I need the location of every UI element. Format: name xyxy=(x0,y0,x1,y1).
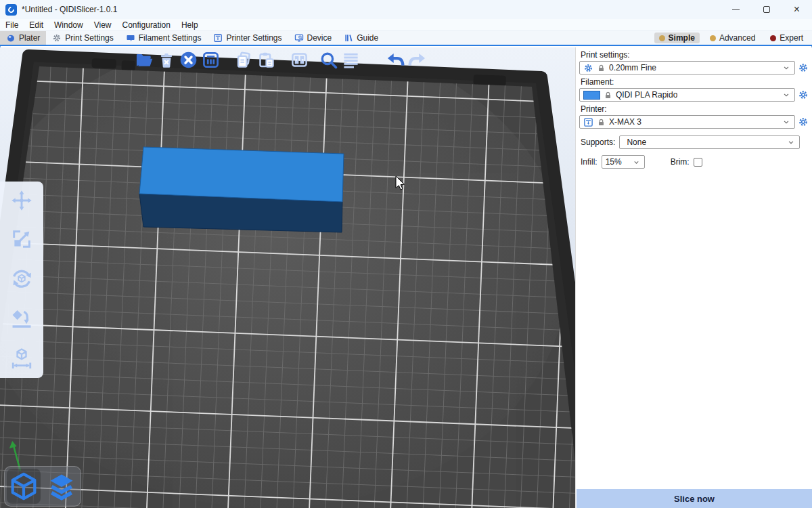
copy-icon xyxy=(235,51,253,69)
tab-print-settings[interactable]: Print Settings xyxy=(46,31,119,45)
model-top-face xyxy=(139,147,344,202)
cube-icon xyxy=(8,471,39,502)
simple-dot-icon xyxy=(659,35,665,41)
model-box[interactable] xyxy=(139,147,344,232)
mode-simple[interactable]: Simple xyxy=(654,33,700,43)
lock-icon xyxy=(597,118,606,127)
printer-label: Printer: xyxy=(581,104,812,114)
viewport-3d[interactable] xyxy=(0,47,575,508)
scene-canvas[interactable] xyxy=(0,47,575,508)
menu-configuration[interactable]: Configuration xyxy=(117,19,176,30)
filament-color-swatch xyxy=(583,91,600,100)
preview-view-button[interactable] xyxy=(45,469,78,504)
move-arrows-icon xyxy=(11,190,32,211)
brim-checkbox[interactable] xyxy=(694,158,702,167)
edit-printer-button[interactable] xyxy=(797,116,809,128)
tab-guide[interactable]: Guide xyxy=(338,31,384,45)
main-toolbar xyxy=(133,49,428,71)
minimize-button[interactable] xyxy=(721,0,751,19)
tab-filament-settings[interactable]: Filament Settings xyxy=(120,31,208,45)
redo-arrow-icon xyxy=(408,51,427,70)
filament-label: Filament: xyxy=(581,77,812,87)
folder-open-icon xyxy=(135,51,154,70)
gear-icon xyxy=(798,89,809,100)
menu-view[interactable]: View xyxy=(89,19,117,30)
chevron-down-icon xyxy=(782,63,791,72)
chevron-down-icon xyxy=(786,137,796,147)
infill-label: Infill: xyxy=(581,157,597,167)
delete-button[interactable] xyxy=(155,49,177,71)
gear-icon xyxy=(798,117,809,127)
settings-sidebar: Print settings: 0.20mm Fine Filament: QI… xyxy=(575,47,812,508)
device-monitor-icon xyxy=(294,33,304,43)
menu-help[interactable]: Help xyxy=(176,19,204,30)
gear-icon xyxy=(52,33,62,43)
filament-icon xyxy=(126,33,135,43)
edit-filament-button[interactable] xyxy=(797,89,809,101)
delete-all-button[interactable] xyxy=(177,49,200,71)
view-switch-panel xyxy=(4,466,81,507)
print-settings-label: Print settings: xyxy=(581,50,812,60)
layers-list-icon xyxy=(342,51,360,69)
editor-view-button[interactable] xyxy=(7,469,41,504)
copy-button[interactable] xyxy=(233,49,255,71)
tab-printer-settings[interactable]: Printer Settings xyxy=(207,31,288,45)
maximize-button[interactable] xyxy=(751,0,782,19)
search-icon xyxy=(319,51,338,70)
advanced-dot-icon xyxy=(710,35,716,41)
app-icon xyxy=(5,4,17,16)
gear-icon xyxy=(583,63,593,73)
place-on-face-icon xyxy=(10,307,33,330)
scale-tool-button[interactable] xyxy=(11,228,32,250)
menu-bar: File Edit Window View Configuration Help xyxy=(0,19,812,31)
split-button[interactable] xyxy=(288,49,311,71)
paste-button[interactable] xyxy=(255,49,277,71)
circle-x-icon xyxy=(179,51,198,69)
mode-expert[interactable]: Expert xyxy=(765,33,808,43)
variable-layer-height-button[interactable] xyxy=(340,49,362,71)
print-settings-select[interactable]: 0.20mm Fine xyxy=(579,61,795,75)
menu-window[interactable]: Window xyxy=(49,19,89,30)
lock-icon xyxy=(604,91,612,100)
plater-icon xyxy=(6,33,16,43)
redo-button[interactable] xyxy=(406,49,428,71)
supports-select[interactable]: None xyxy=(619,135,800,149)
chevron-down-icon xyxy=(632,158,641,167)
lock-icon xyxy=(597,64,606,72)
title-bar: *Untitled - QIDISlicer-1.0.1 × xyxy=(0,0,812,19)
rotate-cube-icon xyxy=(10,267,33,290)
window-title: *Untitled - QIDISlicer-1.0.1 xyxy=(22,5,117,14)
tab-device[interactable]: Device xyxy=(288,31,338,45)
search-button[interactable] xyxy=(317,49,340,71)
brim-label: Brim: xyxy=(671,157,690,167)
arrange-button[interactable] xyxy=(200,49,222,71)
supports-label: Supports: xyxy=(581,137,615,147)
place-on-face-tool-button[interactable] xyxy=(10,307,33,330)
arrange-grid-icon xyxy=(202,51,220,69)
measure-icon xyxy=(10,347,33,370)
split-icon xyxy=(290,51,309,69)
close-button[interactable]: × xyxy=(782,0,812,19)
printer-icon xyxy=(213,33,223,43)
tab-plater[interactable]: Plater xyxy=(0,31,46,45)
slice-now-button[interactable]: Slice now xyxy=(577,489,812,508)
open-file-button[interactable] xyxy=(133,49,155,71)
undo-button[interactable] xyxy=(384,49,406,71)
layers-stack-icon xyxy=(47,471,76,501)
scale-icon xyxy=(11,228,32,250)
printer-select[interactable]: X-MAX 3 xyxy=(579,115,795,129)
tab-bar: Plater Print Settings Filament Settings … xyxy=(0,31,812,46)
infill-select[interactable]: 15% xyxy=(602,155,645,169)
edit-print-settings-button[interactable] xyxy=(797,62,809,74)
menu-file[interactable]: File xyxy=(0,19,24,30)
gizmo-toolbar xyxy=(0,182,43,378)
move-tool-button[interactable] xyxy=(11,190,32,211)
measure-tool-button[interactable] xyxy=(10,347,33,370)
filament-select[interactable]: QIDI PLA Rapido xyxy=(579,88,795,102)
menu-edit[interactable]: Edit xyxy=(24,19,49,30)
rotate-tool-button[interactable] xyxy=(10,267,33,290)
trash-icon xyxy=(158,51,175,69)
gear-icon xyxy=(798,62,809,73)
mode-advanced[interactable]: Advanced xyxy=(705,33,760,43)
guide-books-icon xyxy=(344,33,353,43)
